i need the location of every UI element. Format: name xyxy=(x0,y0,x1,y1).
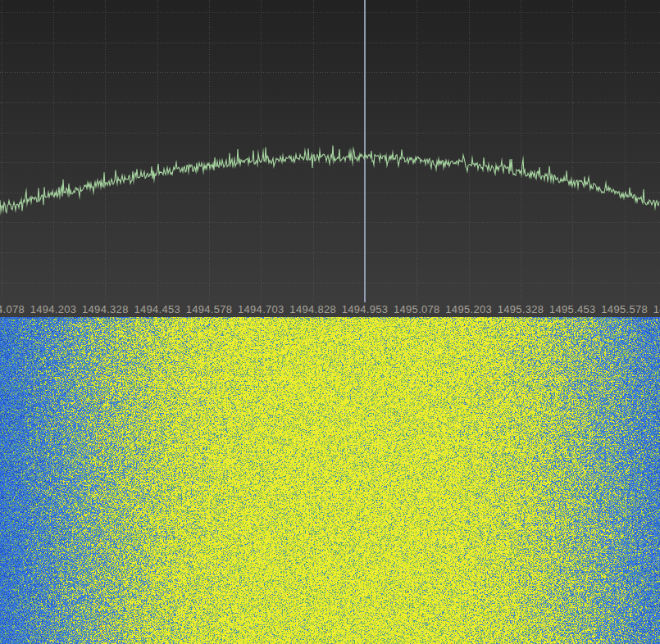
frequency-tick-label: 1495.703 xyxy=(653,303,660,316)
frequency-tick-label: 1495.078 xyxy=(394,303,440,316)
frequency-tick-label: 1495.578 xyxy=(601,303,648,316)
frequency-tick-label: 1494.953 xyxy=(342,303,389,316)
frequency-axis[interactable]: 1494.0781494.2031494.3281494.4531494.578… xyxy=(0,302,660,317)
sdr-screen: 1494.0781494.2031494.3281494.4531494.578… xyxy=(0,0,660,644)
frequency-tick-label: 1495.203 xyxy=(445,303,492,316)
frequency-tick-label: 1494.578 xyxy=(186,303,233,316)
frequency-tick-label: 1494.703 xyxy=(238,303,284,316)
frequency-tick-label: 1494.078 xyxy=(0,303,25,316)
frequency-tick-label: 1494.453 xyxy=(134,303,180,316)
frequency-tick-label: 1495.328 xyxy=(498,303,544,316)
spectrum-panel: 1494.0781494.2031494.3281494.4531494.578… xyxy=(0,0,660,317)
spectrum-plot[interactable] xyxy=(0,0,660,302)
waterfall-display[interactable] xyxy=(0,317,660,644)
frequency-tick-label: 1494.828 xyxy=(289,303,336,316)
frequency-tick-label: 1495.453 xyxy=(549,303,596,316)
waterfall-panel xyxy=(0,317,660,644)
frequency-tick-label: 1494.203 xyxy=(30,303,77,316)
frequency-tick-label: 1494.328 xyxy=(82,303,129,316)
